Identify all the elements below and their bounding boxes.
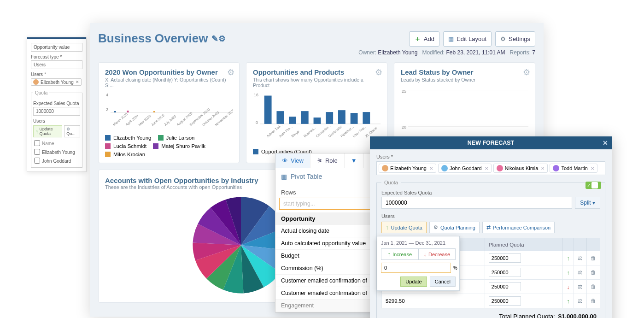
gear-icon: ⚙ (433, 224, 438, 230)
svg-text:25: 25 (402, 89, 406, 94)
chip-remove-icon[interactable]: ✕ (591, 166, 594, 171)
pencil-settings-icon[interactable]: ✎⚙ (211, 34, 226, 44)
percent-label: % (453, 265, 457, 271)
chip-remove-icon[interactable]: ✕ (76, 80, 79, 84)
svg-rect-22 (314, 118, 321, 124)
quota-planning-button[interactable]: ⚙Quota Planning (429, 222, 480, 233)
quota-options-button[interactable]: ⚙ Qu... (64, 125, 80, 137)
user-chip[interactable]: Elizabeth Young✕ (31, 78, 82, 86)
card-gear-icon[interactable]: ⚙ (227, 67, 234, 77)
planned-quota-input[interactable] (489, 282, 521, 291)
tab-role[interactable]: ⚞Role (310, 153, 345, 168)
svg-text:0: 0 (256, 120, 258, 125)
table-row: John Goddard (33, 157, 80, 165)
hierarchy-icon: ⚞ (317, 157, 322, 164)
trash-icon[interactable]: 🗑 (587, 280, 600, 294)
trash-icon[interactable]: 🗑 (587, 251, 600, 265)
users-sub-label: Users (33, 118, 80, 124)
forecast-field-select[interactable]: Opportunity value (31, 43, 82, 52)
edit-layout-button[interactable]: ▦Edit Layout (443, 31, 492, 47)
quota-toggle[interactable]: ✓ (585, 182, 601, 189)
pivot-option[interactable]: Engagement (275, 300, 381, 312)
users-table: Name Elizabeth Young John Goddard (33, 139, 80, 165)
tab-filter[interactable]: ▼ (345, 153, 364, 168)
expected-sales-quota-input[interactable]: 1000000 (33, 107, 80, 116)
decrease-button[interactable]: ↓Decrease (418, 248, 456, 260)
svg-rect-19 (276, 111, 284, 124)
svg-rect-3 (114, 111, 116, 112)
svg-text:20: 20 (402, 125, 406, 130)
cancel-button[interactable]: Cancel (430, 277, 456, 287)
card-gear-icon[interactable]: ⚙ (523, 67, 530, 77)
pivot-table-panel: 👁View ⚞Role ▼ ▥Pivot Table Rows start ty… (275, 153, 381, 312)
update-button[interactable]: Update (400, 277, 427, 287)
bar-chart-2: 16 0 Admin Trai... Auto-Pro... (253, 92, 381, 142)
user-chip[interactable]: Todd Martin✕ (550, 164, 597, 173)
planned-quota-input[interactable] (489, 253, 521, 263)
svg-rect-4 (127, 111, 129, 112)
balance-icon[interactable]: ⚖ (574, 280, 587, 294)
pivot-section-title: ▥Pivot Table (275, 168, 381, 185)
pivot-option[interactable]: Actual closing date (275, 225, 381, 237)
forecast-type-label: Forecast type * (31, 54, 82, 59)
balance-icon[interactable]: ⚖ (574, 294, 587, 308)
eye-icon: 👁 (282, 157, 288, 164)
select-all-checkbox[interactable] (34, 140, 40, 146)
user-chip[interactable]: Nikolaus Kimla✕ (493, 164, 548, 173)
svg-text:Busines...: Busines... (303, 125, 317, 138)
planned-quota-input[interactable] (489, 296, 521, 306)
pivot-option[interactable]: Budget (275, 250, 381, 262)
chart-icon: ⇄ (486, 224, 491, 230)
planned-quota-input[interactable] (489, 268, 521, 277)
users-label: Users (381, 213, 600, 219)
pivot-icon: ▥ (281, 173, 287, 180)
pivot-option[interactable]: Commission (%) (275, 262, 381, 275)
modal-titlebar: NEW FORECAST ✕ (370, 136, 612, 149)
svg-rect-20 (289, 117, 296, 124)
name-column-header: Name (41, 139, 80, 148)
close-icon[interactable]: ✕ (603, 139, 608, 147)
expected-sales-quota-label: Expected Sales Quota (381, 190, 600, 195)
arrow-down-icon: ↓ (567, 283, 570, 290)
arrow-up-icon: ↑ (387, 251, 391, 258)
dashboard-meta: Owner: Elizabeth Young Modified: Feb 23,… (98, 49, 535, 56)
trash-icon[interactable]: 🗑 (587, 294, 600, 308)
svg-text:June 2020: June 2020 (150, 113, 165, 127)
chip-remove-icon[interactable]: ✕ (541, 166, 544, 171)
svg-rect-5 (153, 111, 155, 112)
row-checkbox[interactable] (34, 149, 40, 155)
date-range: Jan 1, 2021 — Dec 31, 2021 (381, 240, 456, 246)
pivot-search-input[interactable]: start typing... (279, 198, 377, 210)
balance-icon[interactable]: ⚖ (574, 265, 587, 280)
arrow-up-icon: ↑ (35, 128, 39, 135)
table-row: $299.50↑⚖🗑 (382, 294, 600, 308)
bar-chart-1: 4 2 March 2020 April 2020 May 2020 June … (105, 92, 233, 129)
card-gear-icon[interactable]: ⚙ (375, 67, 382, 77)
performance-comparison-button[interactable]: ⇄Performance Comparison (482, 222, 555, 233)
users-chips[interactable]: Elizabeth Young✕ John Goddard✕ Nikolaus … (376, 161, 605, 175)
expected-sales-quota-input[interactable] (381, 197, 572, 209)
svg-text:Barge: Barge (291, 129, 300, 138)
pivot-option[interactable]: Customer emailed confirmation of (275, 275, 381, 287)
chip-remove-icon[interactable]: ✕ (485, 166, 488, 171)
col-planned-quota[interactable]: Planned Quota (485, 238, 562, 251)
user-chip[interactable]: John Goddard✕ (438, 164, 492, 173)
user-chip[interactable]: Elizabeth Young✕ (379, 164, 436, 173)
trash-icon[interactable]: 🗑 (587, 265, 600, 280)
forecast-type-select[interactable]: Users (31, 60, 82, 69)
bar-chart-3: 25 20 (401, 86, 528, 132)
update-quota-button[interactable]: ↑Update Quota (381, 222, 427, 233)
tab-view[interactable]: 👁View (275, 153, 310, 168)
svg-text:16: 16 (254, 93, 258, 97)
split-button[interactable]: Split ▾ (575, 197, 600, 209)
row-checkbox[interactable] (34, 158, 40, 164)
pivot-option[interactable]: Customer emailed confirmation of (275, 287, 381, 300)
update-quota-button[interactable]: ↑Update Quota (33, 125, 62, 137)
increase-button[interactable]: ↑Increase (381, 248, 418, 260)
settings-button[interactable]: ⚙Settings (495, 31, 535, 47)
add-button[interactable]: ＋Add (409, 31, 439, 47)
chip-remove-icon[interactable]: ✕ (429, 166, 433, 171)
balance-icon[interactable]: ⚖ (574, 251, 587, 265)
pivot-option[interactable]: Auto calculated opportunity value (275, 237, 381, 250)
percent-input[interactable] (381, 263, 451, 273)
